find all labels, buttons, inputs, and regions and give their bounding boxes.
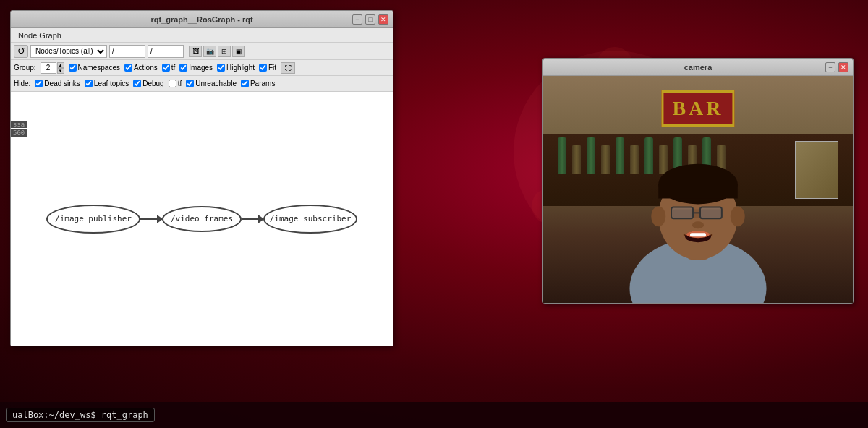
toolbar-icon-group: 🖼 📷 ⊞ ▣ bbox=[189, 46, 245, 57]
rqt-close-btn[interactable]: ✕ bbox=[378, 14, 388, 25]
rqt-minimize-btn[interactable]: − bbox=[352, 14, 362, 25]
rqt-hide-bar: Hide: Dead sinks Leaf topics Debug tf Un… bbox=[11, 76, 393, 92]
rqt-menubar: Node Graph bbox=[11, 28, 393, 43]
edge-label-500: 500 bbox=[11, 129, 27, 137]
nodes-topics-select[interactable]: Nodes/Topics (all) Nodes only Topics onl… bbox=[30, 45, 107, 58]
debug-checkbox-group[interactable]: Debug bbox=[133, 80, 163, 87]
unreachable-checkbox[interactable] bbox=[186, 80, 194, 87]
node-label-image-subscriber: /image_subscriber bbox=[270, 214, 352, 223]
rqt-window-title: rqt_graph__RosGraph - rqt bbox=[15, 15, 388, 24]
fit-icon-btn[interactable]: ⛶ bbox=[281, 62, 295, 74]
camera-window-controls: − ✕ bbox=[825, 62, 848, 72]
actions-checkbox-group[interactable]: Actions bbox=[124, 64, 158, 72]
rqt-maximize-btn[interactable]: □ bbox=[365, 14, 375, 25]
hide-label: Hide: bbox=[14, 80, 30, 87]
params-checkbox-group[interactable]: Params bbox=[241, 80, 275, 87]
node-label-image-publisher: /image_publisher bbox=[55, 214, 132, 223]
rqt-toolbar: ↺ Nodes/Topics (all) Nodes only Topics o… bbox=[11, 43, 393, 60]
debug-checkbox[interactable] bbox=[133, 80, 141, 87]
graph-topic-video-frames[interactable]: /video_frames bbox=[162, 206, 242, 232]
fit-checkbox[interactable] bbox=[259, 64, 267, 72]
spinner-down[interactable]: ▼ bbox=[57, 68, 64, 74]
actions-checkbox[interactable] bbox=[124, 64, 132, 72]
graph-nodes-container: /image_publisher /video_frames /image_su… bbox=[46, 205, 357, 234]
group-input[interactable] bbox=[41, 62, 56, 74]
namespaces-checkbox[interactable] bbox=[69, 64, 77, 72]
leaf-topics-checkbox[interactable] bbox=[85, 80, 93, 87]
arrow-1 bbox=[140, 218, 162, 220]
svg-rect-16 bbox=[672, 208, 692, 218]
icon-display-1[interactable]: 🖼 bbox=[189, 46, 202, 57]
topic-label-video-frames: /video_frames bbox=[171, 214, 233, 223]
highlight-checkbox-group[interactable]: Highlight bbox=[217, 64, 255, 72]
menu-item-nodegraph[interactable]: Node Graph bbox=[14, 31, 66, 40]
svg-rect-9 bbox=[658, 184, 737, 199]
filter-input-2[interactable] bbox=[148, 45, 184, 58]
graph-node-image-subscriber[interactable]: /image_subscriber bbox=[263, 205, 357, 234]
fit-checkbox-group[interactable]: Fit bbox=[259, 64, 276, 72]
spinner-buttons: ▲ ▼ bbox=[57, 62, 64, 74]
images-checkbox-group[interactable]: Images bbox=[179, 64, 213, 72]
rqt-graph-window: rqt_graph__RosGraph - rqt − □ ✕ Node Gra… bbox=[10, 10, 393, 346]
rqt-titlebar: rqt_graph__RosGraph - rqt − □ ✕ bbox=[11, 11, 393, 28]
group-spinner[interactable]: ▲ ▼ bbox=[41, 62, 64, 74]
params-checkbox[interactable] bbox=[241, 80, 249, 87]
hide-tf-checkbox[interactable] bbox=[169, 80, 176, 87]
desktop: rqt_graph__RosGraph - rqt − □ ✕ Node Gra… bbox=[0, 0, 868, 428]
icon-display-3[interactable]: ⊞ bbox=[218, 46, 231, 57]
camera-close-btn[interactable]: ✕ bbox=[838, 62, 848, 72]
images-checkbox[interactable] bbox=[179, 64, 187, 72]
svg-point-18 bbox=[692, 222, 704, 229]
camera-titlebar: camera − ✕ bbox=[543, 59, 853, 76]
graph-node-image-publisher[interactable]: /image_publisher bbox=[46, 205, 140, 234]
bar-sign: BAR bbox=[661, 90, 734, 127]
camera-background: BAR bbox=[543, 76, 853, 303]
refresh-btn[interactable]: ↺ bbox=[14, 45, 28, 58]
group-label: Group: bbox=[14, 64, 36, 72]
svg-point-11 bbox=[731, 207, 745, 227]
hide-tf-checkbox-group[interactable]: tf bbox=[169, 80, 182, 87]
rqt-window-controls: − □ ✕ bbox=[352, 14, 388, 25]
spinner-up[interactable]: ▲ bbox=[57, 62, 64, 68]
camera-window: camera − ✕ BAR bbox=[542, 58, 854, 304]
rqt-options-bar: Group: ▲ ▼ Namespaces Actions tf Images bbox=[11, 60, 393, 76]
icon-display-4[interactable]: ▣ bbox=[232, 46, 245, 57]
rqt-graph-area[interactable]: ssa 500 /image_publisher /video_frames bbox=[11, 92, 393, 346]
camera-window-title: camera bbox=[549, 63, 847, 72]
bar-sign-text: BAR bbox=[672, 97, 723, 120]
svg-rect-17 bbox=[701, 208, 721, 218]
namespace-checkbox-group[interactable]: Namespaces bbox=[69, 64, 120, 72]
highlight-checkbox[interactable] bbox=[217, 64, 225, 72]
camera-minimize-btn[interactable]: − bbox=[825, 62, 835, 72]
filter-input-1[interactable] bbox=[109, 45, 145, 58]
taskbar: ualBox:~/dev_ws$ rqt_graph bbox=[0, 402, 868, 428]
edge-labels: ssa 500 bbox=[11, 121, 27, 137]
dead-sinks-checkbox-group[interactable]: Dead sinks bbox=[35, 80, 80, 87]
icon-display-2[interactable]: 📷 bbox=[203, 46, 216, 57]
svg-point-10 bbox=[651, 207, 665, 227]
dead-sinks-checkbox[interactable] bbox=[35, 80, 43, 87]
camera-frame: BAR bbox=[543, 76, 853, 303]
terminal-text: ualBox:~/dev_ws$ rqt_graph bbox=[6, 408, 155, 422]
tf-checkbox[interactable] bbox=[162, 64, 170, 72]
arrow-2 bbox=[242, 218, 263, 220]
svg-rect-21 bbox=[690, 233, 706, 236]
leaf-topics-checkbox-group[interactable]: Leaf topics bbox=[85, 80, 129, 87]
edge-label-ssa: ssa bbox=[11, 121, 27, 128]
tf-checkbox-group[interactable]: tf bbox=[162, 64, 176, 72]
person-svg bbox=[543, 144, 853, 303]
unreachable-checkbox-group[interactable]: Unreachable bbox=[186, 80, 237, 87]
